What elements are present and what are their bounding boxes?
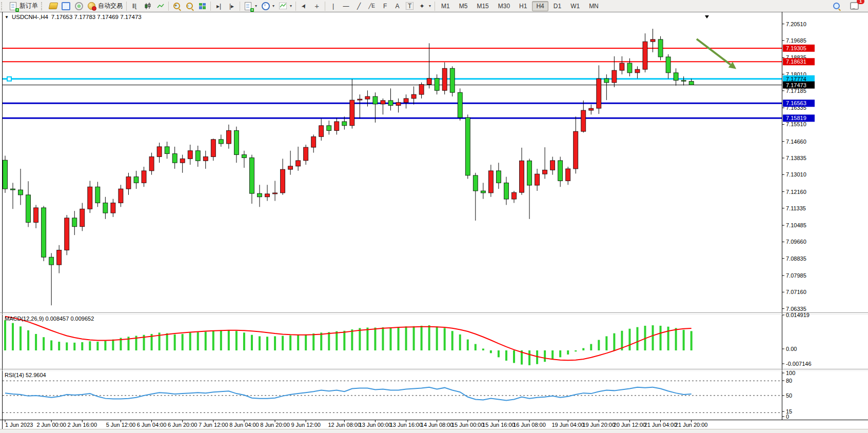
price-axis-label: 7.15510 bbox=[786, 121, 806, 127]
candle bbox=[373, 96, 378, 104]
time-axis-label: 2 Jun 16:00 bbox=[68, 422, 97, 428]
candle bbox=[427, 78, 431, 85]
time-axis-label: 1 Jun 2023 bbox=[5, 422, 33, 428]
chart-background bbox=[0, 12, 868, 429]
candle bbox=[34, 208, 38, 223]
price-axis-label: 7.20510 bbox=[786, 21, 806, 27]
price-badge-label: 7.16563 bbox=[786, 100, 806, 106]
time-axis-label: 8 Jun 20:00 bbox=[260, 422, 290, 428]
time-axis-label: 15 Jun 00:00 bbox=[451, 422, 484, 428]
candle bbox=[165, 147, 169, 154]
time-axis-label: 21 Jun 04:00 bbox=[644, 422, 677, 428]
price-axis-label: 7.12160 bbox=[786, 189, 806, 195]
one-click-collapse-icon[interactable]: ▼ bbox=[5, 15, 9, 19]
price-badge-label: 7.17774 bbox=[786, 76, 806, 82]
candle bbox=[119, 189, 123, 203]
candle bbox=[80, 209, 85, 226]
candle bbox=[435, 78, 439, 90]
macd-axis-label: -0.007146 bbox=[786, 361, 812, 367]
time-axis-label: 13 Jun 16:00 bbox=[390, 422, 423, 428]
candle bbox=[72, 218, 77, 227]
price-badge-label: 7.19305 bbox=[786, 45, 806, 51]
candle bbox=[597, 78, 601, 108]
candle bbox=[195, 151, 200, 161]
price-badge-label: 7.18631 bbox=[786, 58, 806, 65]
time-axis-label: 8 Jun 04:00 bbox=[229, 422, 259, 428]
time-axis-label: 16 Jun 08:00 bbox=[513, 422, 546, 428]
candle bbox=[18, 190, 23, 195]
price-axis-label: 7.08835 bbox=[786, 255, 806, 262]
price-axis-label: 7.09660 bbox=[786, 239, 806, 245]
candle bbox=[265, 194, 270, 197]
candle bbox=[226, 131, 231, 144]
candle bbox=[681, 81, 686, 82]
time-axis-label: 19 Jun 04:00 bbox=[551, 422, 584, 428]
candle bbox=[211, 140, 215, 157]
candle bbox=[103, 203, 108, 213]
price-axis-label: 7.13835 bbox=[786, 155, 806, 161]
time-axis-label: 7 Jun 12:00 bbox=[199, 422, 228, 428]
level-handle[interactable] bbox=[7, 77, 11, 81]
candle bbox=[581, 110, 586, 131]
candle bbox=[612, 70, 617, 83]
price-axis-label: 7.11335 bbox=[786, 205, 806, 211]
time-axis-label: 15 Jun 16:00 bbox=[482, 422, 515, 428]
rsi-axis-label: 0 bbox=[786, 414, 789, 420]
candle bbox=[358, 99, 362, 100]
candle bbox=[511, 192, 516, 199]
candle bbox=[543, 170, 547, 174]
candle bbox=[488, 171, 493, 193]
candle bbox=[350, 100, 354, 126]
macd-axis-label: 0.014919 bbox=[786, 312, 810, 318]
candle bbox=[88, 187, 92, 209]
candle bbox=[388, 101, 393, 106]
candle bbox=[558, 161, 563, 181]
time-axis-label: 12 Jun 08:00 bbox=[328, 422, 361, 428]
candle bbox=[149, 156, 154, 170]
chart-symbol: USDCNH-,H4 bbox=[12, 14, 48, 20]
candle bbox=[520, 161, 524, 192]
candle bbox=[126, 177, 131, 189]
price-axis-label: 7.14660 bbox=[786, 139, 806, 145]
price-axis-label: 7.10485 bbox=[786, 222, 806, 228]
candle bbox=[257, 193, 262, 197]
time-axis-label: 6 Jun 04:00 bbox=[137, 422, 167, 428]
chart-canvas[interactable]: 7.205107.196857.188357.180107.171857.163… bbox=[0, 0, 868, 433]
candle bbox=[203, 156, 208, 161]
chart-title: ▼ USDCNH-,H4 7.17653 7.17783 7.17469 7.1… bbox=[5, 14, 142, 20]
time-axis-label: 21 Jun 20:00 bbox=[675, 422, 708, 428]
candle bbox=[249, 158, 254, 193]
candle bbox=[319, 126, 324, 137]
candle bbox=[658, 40, 663, 57]
candle bbox=[42, 208, 46, 257]
rsi-axis-label: 100 bbox=[786, 370, 795, 376]
time-axis-label: 9 Jun 12:00 bbox=[291, 422, 321, 428]
candle bbox=[296, 161, 301, 166]
price-axis-label: 7.07985 bbox=[786, 272, 806, 279]
price-badge-label: 7.15819 bbox=[786, 115, 806, 121]
candle bbox=[95, 187, 100, 203]
price-badge-label: 7.17473 bbox=[786, 82, 806, 88]
candle bbox=[643, 42, 647, 69]
candle bbox=[281, 169, 285, 193]
candle bbox=[242, 155, 246, 158]
candle bbox=[404, 99, 408, 103]
candle bbox=[3, 160, 8, 189]
candle bbox=[419, 85, 424, 95]
candle bbox=[411, 94, 416, 99]
rsi-axis-label: 80 bbox=[786, 378, 792, 384]
macd-label: MACD(12,26,9) 0.008457 0.009652 bbox=[5, 316, 94, 322]
candle bbox=[172, 154, 177, 163]
candle bbox=[674, 73, 678, 81]
candle bbox=[627, 63, 632, 73]
candle bbox=[566, 169, 570, 181]
candle bbox=[219, 140, 223, 144]
candle bbox=[304, 147, 308, 161]
time-axis-label: 13 Jun 00:00 bbox=[359, 422, 392, 428]
mt4-window: + 新订单 自动交易 ǁ⌊ + - ▸| |▸ +▾ ▾ ▾ ➤ + | — ╱… bbox=[0, 0, 868, 433]
price-axis-label: 7.19685 bbox=[786, 37, 806, 44]
candle bbox=[650, 40, 655, 42]
price-axis-label: 7.06335 bbox=[786, 306, 806, 312]
candle bbox=[365, 96, 370, 99]
candle bbox=[620, 63, 624, 70]
